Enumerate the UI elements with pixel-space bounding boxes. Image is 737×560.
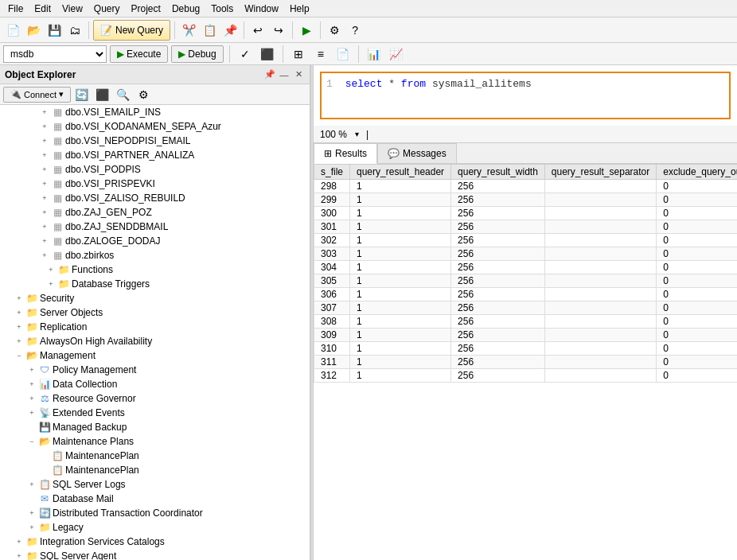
menu-view[interactable]: View bbox=[57, 2, 88, 16]
tree-item-security[interactable]: + 📁 Security bbox=[0, 291, 310, 305]
client-stats-btn[interactable]: 📈 bbox=[387, 45, 406, 64]
menu-window[interactable]: Window bbox=[240, 2, 283, 16]
menu-help[interactable]: Help bbox=[285, 2, 314, 16]
debug-button[interactable]: ▶ Debug bbox=[171, 45, 223, 63]
tree-item-maintenance-plan2[interactable]: 📋 MaintenancePlan bbox=[0, 463, 310, 477]
expand-icon[interactable]: + bbox=[38, 206, 51, 219]
tree-item-dbo-zbirkos[interactable]: + ▦ dbo.zbirkos bbox=[0, 248, 310, 262]
results-text-btn[interactable]: ≡ bbox=[311, 45, 330, 64]
tree-item-sql-server-agent[interactable]: + 📁 SQL Server Agent bbox=[0, 549, 310, 560]
expand-icon[interactable]: + bbox=[25, 406, 38, 419]
expand-icon[interactable]: + bbox=[38, 249, 51, 262]
tree-item-dbo-vsi-kodanamen[interactable]: + ▦ dbo.VSI_KODANAMEN_SEPA_Azur bbox=[0, 119, 310, 134]
expand-icon[interactable]: + bbox=[38, 220, 51, 233]
col-query-result-header[interactable]: query_result_header bbox=[350, 165, 451, 180]
expand-icon[interactable]: + bbox=[25, 364, 38, 376]
new-file-btn[interactable]: 📄 bbox=[3, 21, 22, 40]
col-exclude-query-ou[interactable]: exclude_query_ou bbox=[657, 165, 737, 180]
table-row[interactable]: 30812560 bbox=[314, 315, 738, 329]
expand-icon[interactable]: + bbox=[13, 550, 25, 560]
undo-btn[interactable]: ↩ bbox=[248, 21, 267, 40]
table-row[interactable]: 30612560 bbox=[314, 288, 738, 301]
tree-item-dbo-vsi-zaliso[interactable]: + ▦ dbo.VSI_ZALISO_REBUILD bbox=[0, 191, 310, 205]
tree-item-dbo-zaj-senddbmail[interactable]: + ▦ dbo.ZAJ_SENDDBMAIL bbox=[0, 220, 310, 234]
table-row[interactable]: 30312560 bbox=[314, 247, 738, 261]
expand-icon[interactable]: + bbox=[25, 521, 38, 534]
tab-results[interactable]: ⊞ Results bbox=[314, 143, 377, 164]
tree-item-dbo-vsi-prispevki[interactable]: + ▦ dbo.VSI_PRISPEVKI bbox=[0, 177, 310, 191]
expand-icon[interactable]: + bbox=[13, 321, 25, 333]
expand-icon[interactable]: + bbox=[38, 149, 51, 161]
tree-item-management[interactable]: − 📂 Management bbox=[0, 348, 310, 363]
col-s-file[interactable]: s_file bbox=[314, 165, 350, 180]
expand-icon[interactable]: + bbox=[13, 535, 25, 548]
table-row[interactable]: 30012560 bbox=[314, 207, 738, 220]
copy-btn[interactable]: 📋 bbox=[200, 21, 219, 40]
save-btn[interactable]: 💾 bbox=[45, 21, 64, 40]
expand-icon[interactable]: + bbox=[25, 378, 38, 391]
tab-messages[interactable]: 💬 Messages bbox=[377, 143, 457, 163]
menu-file[interactable]: File bbox=[3, 2, 28, 16]
cut-btn[interactable]: ✂️ bbox=[179, 21, 198, 40]
save-all-btn[interactable]: 🗂 bbox=[65, 21, 84, 40]
tree-item-resource-governor[interactable]: + ⚖ Resource Governor bbox=[0, 391, 310, 406]
table-row[interactable]: 31212560 bbox=[314, 369, 738, 383]
col-query-result-separator[interactable]: query_result_separator bbox=[544, 165, 656, 180]
expand-icon[interactable]: + bbox=[38, 192, 51, 204]
tree-item-dbo-vsi-partner[interactable]: + ▦ dbo.VSI_PARTNER_ANALIZA bbox=[0, 148, 310, 162]
table-row[interactable]: 30912560 bbox=[314, 329, 738, 342]
results-grid-btn[interactable]: ⊞ bbox=[289, 45, 308, 64]
tree-item-policy-management[interactable]: + 🛡 Policy Management bbox=[0, 363, 310, 377]
menu-tools[interactable]: Tools bbox=[206, 2, 238, 16]
expand-icon[interactable]: + bbox=[25, 478, 38, 491]
oe-refresh-btn[interactable]: 🔄 bbox=[72, 85, 92, 104]
expand-icon[interactable]: + bbox=[13, 292, 25, 305]
tree-item-legacy[interactable]: + 📁 Legacy bbox=[0, 520, 310, 535]
zoom-dropdown-btn[interactable]: ▾ bbox=[350, 128, 363, 141]
table-row[interactable]: 31012560 bbox=[314, 342, 738, 356]
results-file-btn[interactable]: 📄 bbox=[333, 45, 353, 64]
new-query-button[interactable]: 📝 New Query bbox=[93, 20, 170, 41]
table-row[interactable]: 30212560 bbox=[314, 234, 738, 247]
tree-item-dbo-zaj-gen-poz[interactable]: + ▦ dbo.ZAJ_GEN_POZ bbox=[0, 205, 310, 220]
table-row[interactable]: 30412560 bbox=[314, 261, 738, 274]
table-row[interactable]: 29912560 bbox=[314, 193, 738, 207]
tree-item-sql-server-logs[interactable]: + 📋 SQL Server Logs bbox=[0, 477, 310, 492]
expand-icon[interactable]: + bbox=[25, 392, 38, 405]
expand-icon[interactable]: + bbox=[13, 306, 25, 319]
database-selector[interactable]: msdb master tempdb model bbox=[3, 45, 107, 63]
parse-btn[interactable]: ✓ bbox=[236, 45, 255, 64]
tree-item-extended-events[interactable]: + 📡 Extended Events bbox=[0, 406, 310, 420]
table-row[interactable]: 30512560 bbox=[314, 274, 738, 288]
tree-item-db-triggers[interactable]: + 📁 Database Triggers bbox=[0, 277, 310, 291]
tree-item-dbo-vsi-emailp-ins[interactable]: + ▦ dbo.VSI_EMAILP_INS bbox=[0, 105, 310, 119]
tree-item-dbo-vsi-nepodpisi[interactable]: + ▦ dbo.VSI_NEPODPISI_EMAIL bbox=[0, 134, 310, 148]
expand-icon[interactable]: + bbox=[38, 120, 51, 133]
expand-icon[interactable]: − bbox=[13, 349, 25, 362]
execute-button[interactable]: ▶ Execute bbox=[110, 45, 168, 63]
run-btn[interactable]: ▶ bbox=[297, 21, 316, 40]
expand-icon[interactable]: + bbox=[38, 134, 51, 147]
tree-item-dist-transaction[interactable]: + 🔄 Distributed Transaction Coordinator bbox=[0, 506, 310, 520]
oe-close-btn[interactable]: ✕ bbox=[292, 68, 305, 81]
tree-item-server-objects[interactable]: + 📁 Server Objects bbox=[0, 305, 310, 320]
expand-icon[interactable]: + bbox=[38, 163, 51, 176]
tree-item-maintenance-plan1[interactable]: 📋 MaintenancePlan bbox=[0, 449, 310, 463]
table-row[interactable]: 31112560 bbox=[314, 356, 738, 369]
table-row[interactable]: 30112560 bbox=[314, 220, 738, 234]
tree-item-functions[interactable]: + 📁 Functions bbox=[0, 262, 310, 277]
menu-query[interactable]: Query bbox=[89, 2, 125, 16]
tree-item-alwayson[interactable]: + 📁 AlwaysOn High Availability bbox=[0, 334, 310, 348]
col-query-result-width[interactable]: query_result_width bbox=[451, 165, 545, 180]
expand-icon[interactable]: + bbox=[13, 335, 25, 348]
tree-item-data-collection[interactable]: + 📊 Data Collection bbox=[0, 377, 310, 391]
include-plan-btn[interactable]: 📊 bbox=[365, 45, 384, 64]
properties-btn[interactable]: ⚙ bbox=[325, 21, 344, 40]
redo-btn[interactable]: ↪ bbox=[269, 21, 288, 40]
tree-item-replication[interactable]: + 📁 Replication bbox=[0, 320, 310, 334]
menu-debug[interactable]: Debug bbox=[167, 2, 205, 16]
menu-edit[interactable]: Edit bbox=[29, 2, 56, 16]
sql-editor[interactable]: 1 select * from sysmail_allitems bbox=[320, 72, 731, 119]
expand-icon[interactable]: + bbox=[45, 278, 57, 290]
oe-pin-btn[interactable]: 📌 bbox=[263, 68, 276, 81]
